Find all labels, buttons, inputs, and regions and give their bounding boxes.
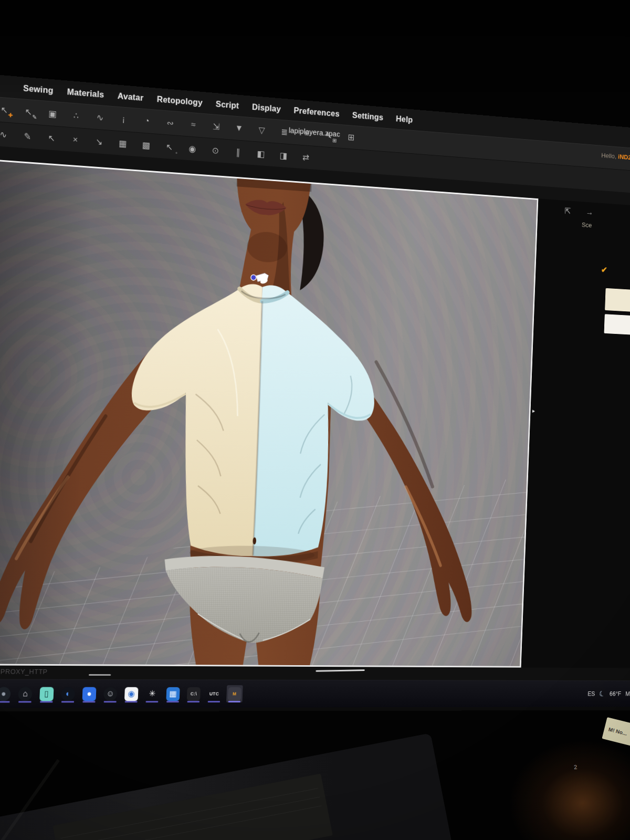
tee-right-half [252,285,379,558]
windows-taskbar: ▤●⌂▯◐●☺◉✳▦C:\UTCM ES ☾ 66°F Mostly cl...… [0,679,630,708]
weather-text[interactable]: Mostly cl... [625,690,630,697]
photo-of-monitor: n SewingMaterialsAvatarRetopologyScriptD… [0,0,630,840]
avatar-canvas [0,161,537,666]
running-app-underline [0,701,10,702]
panel-thumbnail-1[interactable] [605,288,630,312]
running-app-underline [166,701,179,702]
running-app-underline [146,701,159,702]
arrow-right-icon[interactable]: → [583,205,596,220]
hard-drive-on-desk: CE [0,733,454,840]
scene-panel-label: Sce [582,221,592,229]
sew-garment-icon[interactable]: ∿ [0,126,12,143]
garment-pair-icon[interactable]: ▼ [232,120,247,136]
remove-stitch-icon[interactable]: × [67,132,83,149]
select-button-icon[interactable]: ↖◦ [162,139,177,155]
menu-item[interactable]: Script [216,99,239,110]
menu-item[interactable]: Display [252,102,281,114]
keyboard-locale[interactable]: ES [587,690,595,697]
hard-drive-label [52,773,332,840]
running-app-underline [228,701,240,702]
pattern-garment-icon[interactable]: ▩ [138,137,154,153]
warm-light-glow [509,740,630,840]
seam-taping-icon[interactable]: ⇄ [298,149,313,165]
transform-pattern-icon[interactable]: ⇲ [208,119,224,135]
orange-check-icon[interactable]: ✔ [601,265,608,275]
running-app-underline [82,701,95,702]
flatten-right-icon[interactable]: ◨ [276,148,291,164]
viewport-overlay-text: roxy Type: PROXY_HTTP [0,667,48,675]
marvelous-designer-icon[interactable]: M [226,685,243,702]
screen-glare-dash [316,669,364,671]
right-panel: ⇱→ Sce ✔ ▸ [521,198,630,668]
panel-collapse-arrow-icon[interactable]: ▸ [532,407,536,414]
detach-tool-icon[interactable]: ◔ [139,113,155,129]
screen-glare-dash-small [89,674,111,676]
menu-item[interactable]: Materials [67,87,104,99]
panel-thumbnail-2[interactable] [604,314,630,335]
menu-item[interactable]: Retopology [157,94,203,108]
chat-circle-icon[interactable]: ● [0,685,13,702]
garment-icon[interactable]: ▽ [254,122,269,138]
notes-icon[interactable]: ▯ [38,685,55,703]
photos-icon[interactable]: ▦ [164,685,181,702]
cursor-tool-icon[interactable]: ↖ [44,130,59,146]
running-app-underline [18,701,32,702]
free-sewing-icon[interactable]: ∿ [92,109,108,126]
pin-tool-icon[interactable]: ¡ [116,111,131,128]
menu-item[interactable]: Avatar [118,91,144,103]
browser-icon[interactable]: ◐ [59,685,77,703]
pen-garment-icon[interactable]: ✎ [19,128,35,145]
settings-gear-icon[interactable]: ✳ [144,685,161,702]
fold-arrangement-icon[interactable]: ↘ [91,133,107,150]
monitor-screen: n SewingMaterialsAvatarRetopologyScriptD… [0,75,630,712]
weather-moon-icon[interactable]: ☾ [598,689,606,699]
temperature-label[interactable]: 66°F [610,690,621,697]
home-circle-icon[interactable]: ⌂ [16,685,34,703]
utc-clock-icon[interactable]: UTC [206,685,223,702]
account-greeting[interactable]: Hello, iND201 [601,152,630,162]
running-app-underline [187,701,200,702]
buttonhole-icon[interactable]: ⊙ [208,142,223,159]
select-move-tool-icon[interactable]: ↖✚ [0,101,12,118]
3d-viewport[interactable] [0,159,538,668]
running-app-underline [40,701,52,702]
sticker-text: M! No... [608,726,628,736]
face-circle-icon[interactable]: ☺ [102,685,119,702]
terminal-icon[interactable]: C:\ [185,685,202,702]
running-app-underline [208,701,220,702]
greeting-prefix: Hello, [601,152,616,160]
zipper-icon[interactable]: ∥ [230,144,246,160]
pop-out-icon[interactable]: ⇱ [561,203,574,218]
flatten-left-icon[interactable]: ◧ [254,146,269,162]
running-app-underline [125,701,138,702]
menu-item[interactable]: Sewing [23,83,54,96]
viewport-bottom-band: roxy Type: PROXY_HTTP [0,665,630,680]
texture-garment-icon[interactable]: ▦ [115,135,131,152]
app-tile-icon[interactable]: ◉ [123,685,140,702]
menu-item[interactable]: Settings [352,110,384,122]
menu-item[interactable]: Help [396,114,413,125]
segment-sewing-icon[interactable]: ∴ [68,107,84,124]
video-call-icon[interactable]: ● [81,685,98,703]
greeting-username: iND201 [618,153,630,162]
grid-icon[interactable]: ⊞ [344,129,359,145]
edit-pattern-tool-icon[interactable]: ↖✎ [20,103,36,120]
menu-item[interactable]: Preferences [293,105,340,118]
running-app-underline [61,701,74,702]
edit-curve-icon[interactable]: ≈ [186,117,201,133]
button-icon[interactable]: ◉ [185,141,200,157]
running-app-underline [104,701,117,702]
sewing-machine-icon[interactable]: ▣ [45,106,60,122]
tee-left-half [125,277,264,556]
edit-sewing-icon[interactable]: ∾ [163,114,178,131]
